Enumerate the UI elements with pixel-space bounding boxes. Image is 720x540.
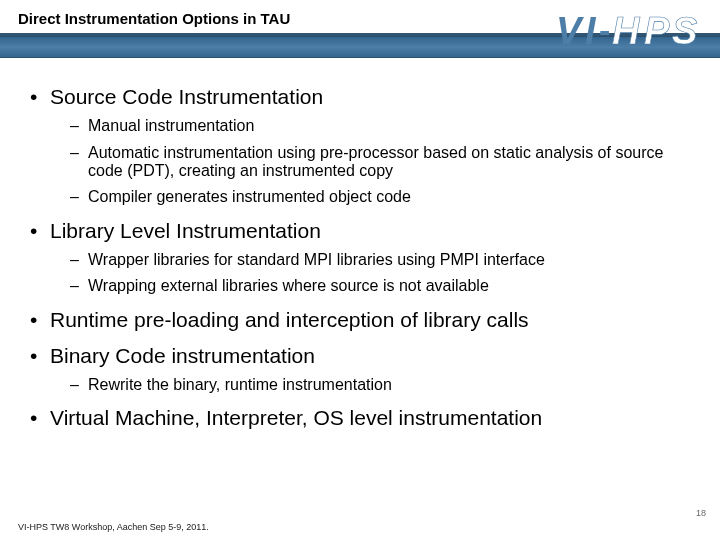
bullet-l1: Source Code Instrumentation — [22, 85, 698, 109]
bullet-l2: Rewrite the binary, runtime instrumentat… — [22, 376, 698, 394]
footer-text: VI-HPS TW8 Workshop, Aachen Sep 5-9, 201… — [18, 522, 209, 532]
bullet-l2: Wrapper libraries for standard MPI libra… — [22, 251, 698, 269]
logo-i: I — [585, 10, 597, 52]
bullet-l1: Virtual Machine, Interpreter, OS level i… — [22, 406, 698, 430]
logo-dash: - — [599, 11, 610, 49]
vihps-logo: V I - H P S — [556, 8, 706, 62]
page-number: 18 — [696, 508, 706, 518]
bullet-l2: Manual instrumentation — [22, 117, 698, 135]
logo-v: V — [556, 10, 584, 52]
bullet-l1: Library Level Instrumentation — [22, 219, 698, 243]
bullet-l1: Binary Code instrumentation — [22, 344, 698, 368]
bullet-l2: Compiler generates instrumented object c… — [22, 188, 698, 206]
bullet-l2: Automatic instrumentation using pre-proc… — [22, 144, 698, 181]
logo-h: H — [612, 10, 641, 52]
bullet-l2: Wrapping external libraries where source… — [22, 277, 698, 295]
slide-body: Source Code Instrumentation Manual instr… — [0, 58, 720, 430]
bullet-l1: Runtime pre-loading and interception of … — [22, 308, 698, 332]
logo-s: S — [672, 10, 697, 52]
logo-p: P — [644, 10, 670, 52]
